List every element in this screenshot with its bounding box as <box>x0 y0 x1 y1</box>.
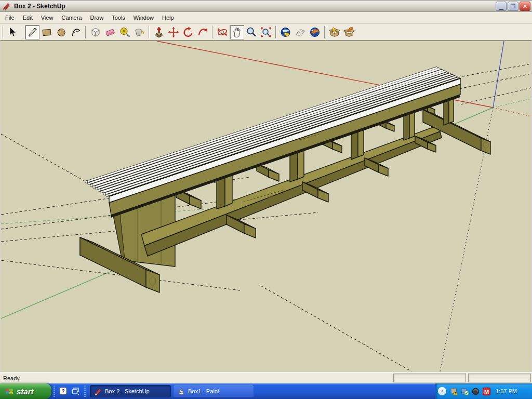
windows-flag-icon <box>5 387 14 396</box>
task-button-label: Box 2 - SketchUp <box>105 388 150 394</box>
tape-measure-icon <box>118 26 131 38</box>
toolbar <box>0 24 532 41</box>
paint-task-icon <box>178 388 185 395</box>
terrain-plane-icon <box>294 26 307 38</box>
status-text: Ready <box>0 375 20 381</box>
move-icon <box>167 26 180 38</box>
svg-text:M: M <box>484 388 489 394</box>
alert-icon[interactable] <box>449 387 458 396</box>
orbit-tool-button[interactable] <box>215 25 230 39</box>
offset-tool-button[interactable] <box>195 25 210 39</box>
clock[interactable]: 1:57 PM <box>496 388 517 394</box>
menu-file[interactable]: File <box>1 13 19 22</box>
tray-collapse-chevron-icon[interactable]: ‹ <box>438 387 446 395</box>
earth-globe-yellow-arrow-icon <box>280 26 292 38</box>
toolbar-separator <box>85 26 86 38</box>
share-model-button[interactable] <box>342 25 356 39</box>
clock-app-icon[interactable] <box>471 387 480 396</box>
mcafee-icon[interactable]: M <box>482 387 491 396</box>
restore-button[interactable]: ❐ <box>508 2 518 11</box>
show-desktop-icon[interactable] <box>71 387 81 396</box>
arc-icon <box>70 26 82 38</box>
paint-bucket-icon <box>133 26 145 38</box>
quick-launch-handle[interactable] <box>54 385 55 397</box>
start-button[interactable]: start <box>0 383 51 399</box>
warehouse-box-out-icon <box>343 26 355 38</box>
toolbar-separator <box>324 26 325 38</box>
measurements-value-box[interactable] <box>468 374 531 382</box>
model-scene[interactable] <box>1 41 531 372</box>
toggle-terrain-button[interactable] <box>293 25 308 39</box>
taskbar: start ? Box 2 - SketchUp Box1 - Paint ‹ <box>0 383 532 399</box>
pan-hand-icon <box>231 26 243 38</box>
circle-icon <box>55 26 68 38</box>
window-title: Box 2 - SketchUp <box>14 3 65 10</box>
arc-tool-button[interactable] <box>69 25 83 39</box>
help-icon[interactable]: ? <box>59 387 68 396</box>
menu-tools[interactable]: Tools <box>108 13 129 22</box>
minimize-button[interactable]: ▁ <box>496 2 507 11</box>
task-button-label: Box1 - Paint <box>188 388 219 394</box>
status-bar: Ready <box>0 372 532 383</box>
sketchup-pencil-icon <box>3 2 11 10</box>
push-pull-button[interactable] <box>152 25 166 39</box>
toolbar-separator <box>22 26 23 38</box>
menu-view[interactable]: View <box>37 13 58 22</box>
rotate-icon <box>182 26 194 38</box>
viewport-3d[interactable] <box>0 41 532 372</box>
tape-measure-button[interactable] <box>117 25 132 39</box>
system-tray: ‹ M 1:57 PM <box>435 383 532 399</box>
menu-camera[interactable]: Camera <box>57 13 86 22</box>
task-button-sketchup[interactable]: Box 2 - SketchUp <box>90 385 171 397</box>
pan-tool-button[interactable] <box>230 25 244 39</box>
zoom-tool-button[interactable] <box>244 25 259 39</box>
rotate-tool-button[interactable] <box>181 25 195 39</box>
start-button-label: start <box>17 387 34 396</box>
toolbar-separator <box>212 26 213 38</box>
circle-tool-button[interactable] <box>54 25 69 39</box>
rectangle-icon <box>41 26 53 38</box>
close-button[interactable]: ✕ <box>520 2 530 11</box>
pencil-icon <box>26 26 38 38</box>
move-tool-button[interactable] <box>166 25 181 39</box>
component-box-icon <box>89 26 102 38</box>
zoom-extents-icon <box>260 26 272 38</box>
rectangle-tool-button[interactable] <box>39 25 54 39</box>
menu-draw[interactable]: Draw <box>86 13 108 22</box>
toolbar-drag-handle[interactable] <box>1 26 3 38</box>
svg-text:?: ? <box>61 389 64 394</box>
select-arrow-icon <box>6 26 19 38</box>
measurements-label-box <box>393 374 466 382</box>
menu-bar: File Edit View Camera Draw Tools Window … <box>0 12 532 24</box>
push-pull-icon <box>153 26 165 38</box>
make-component-button[interactable] <box>88 25 103 39</box>
sketchup-task-icon <box>95 388 102 395</box>
offset-curve-icon <box>196 26 209 38</box>
title-bar[interactable]: Box 2 - SketchUp ▁ ❐ ✕ <box>0 0 532 12</box>
zoom-icon <box>245 26 258 38</box>
toolbar-separator <box>275 26 276 38</box>
warehouse-box-in-icon <box>328 26 341 38</box>
toolbar-separator <box>149 26 150 38</box>
menu-edit[interactable]: Edit <box>19 13 37 22</box>
updates-check-icon[interactable] <box>460 387 469 396</box>
earth-globe-orange-arrow-icon <box>309 26 321 38</box>
place-model-button[interactable] <box>308 25 322 39</box>
task-button-paint[interactable]: Box1 - Paint <box>173 385 254 397</box>
get-current-view-button[interactable] <box>278 25 293 39</box>
zoom-extents-button[interactable] <box>259 25 273 39</box>
line-tool-button[interactable] <box>25 25 39 39</box>
menu-help[interactable]: Help <box>158 13 178 22</box>
orbit-icon <box>216 26 229 38</box>
taskband-handle[interactable] <box>84 385 86 397</box>
select-tool-button[interactable] <box>5 25 20 39</box>
eraser-icon <box>104 26 116 38</box>
get-models-button[interactable] <box>327 25 342 39</box>
menu-window[interactable]: Window <box>129 13 158 22</box>
eraser-tool-button[interactable] <box>103 25 117 39</box>
paint-bucket-button[interactable] <box>132 25 147 39</box>
